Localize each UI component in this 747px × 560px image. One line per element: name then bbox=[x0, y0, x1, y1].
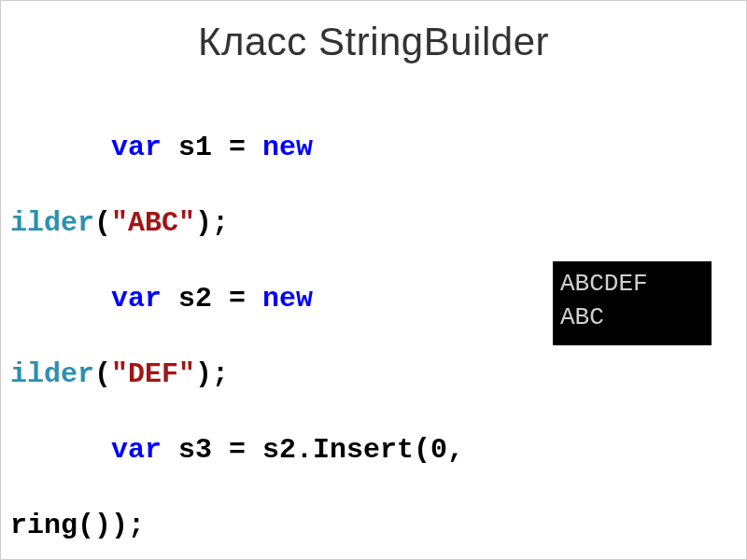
output-line: ABCDEF bbox=[560, 267, 704, 301]
string-literal: "DEF" bbox=[111, 358, 195, 390]
type-name: ilder bbox=[10, 207, 94, 239]
slide-container: Класс StringBuilder var s1 = new ilder("… bbox=[0, 0, 747, 560]
keyword-var: var bbox=[111, 434, 162, 466]
console-output: ABCDEF ABC bbox=[553, 261, 712, 345]
keyword-new: new bbox=[262, 283, 313, 315]
slide-title: Класс StringBuilder bbox=[10, 20, 737, 64]
code-line: var s3 = s2.Insert(0, bbox=[10, 431, 737, 469]
code-line: ring()); bbox=[10, 507, 737, 545]
code-line: ilder("ABC"); bbox=[10, 204, 737, 243]
output-line: ABC bbox=[560, 301, 704, 334]
string-literal: "ABC" bbox=[111, 207, 195, 239]
type-name: ilder bbox=[10, 358, 94, 390]
code-line: ilder("DEF"); bbox=[10, 356, 737, 394]
keyword-var: var bbox=[111, 132, 162, 163]
keyword-new: new bbox=[262, 132, 313, 163]
code-line: var s1 = new bbox=[10, 129, 737, 167]
keyword-var: var bbox=[111, 283, 162, 315]
